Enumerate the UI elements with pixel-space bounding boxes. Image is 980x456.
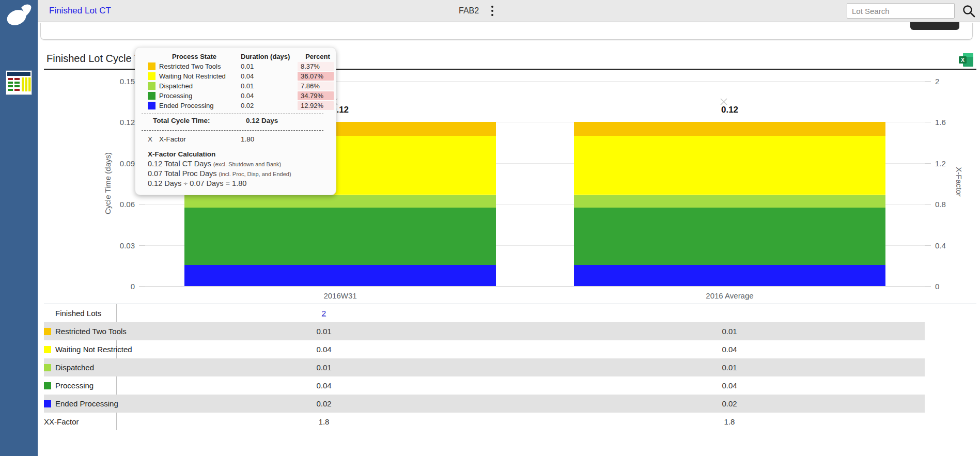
- bar-total-label: 0.12: [704, 105, 756, 115]
- table-row: Finished Lots2: [44, 304, 925, 322]
- bar-segment-ended-processing[interactable]: [184, 265, 496, 286]
- state-duration: 0.02: [241, 102, 298, 109]
- bar-segment-dispatched[interactable]: [574, 195, 885, 208]
- row-value: 0.02: [288, 399, 360, 408]
- state-duration: 0.04: [241, 92, 298, 100]
- left-axis-title: Cycle Time (days): [103, 152, 112, 214]
- right-axis-tick-label: 0.4: [935, 241, 946, 250]
- row-value: 0.04: [693, 381, 766, 390]
- tooltip-header-row: Process State Duration (days) Percent: [148, 53, 332, 60]
- right-axis-tick-label: 1.2: [935, 159, 946, 168]
- row-value: 0.02: [693, 399, 766, 408]
- tooltip-total-label: Total Cycle Time:: [153, 117, 246, 124]
- tooltip-col-percent: Percent: [298, 53, 338, 60]
- bar-segment-waiting-not-restricted[interactable]: [574, 136, 885, 195]
- right-tick: [925, 81, 931, 82]
- left-axis-tick-label: 0: [104, 282, 135, 291]
- tooltip-state-row: Restricted Two Tools0.018.37%: [148, 61, 332, 71]
- right-axis-tick-label: 0.8: [935, 200, 946, 209]
- lot-search-input[interactable]: [847, 3, 955, 19]
- row-label: Processing: [55, 381, 94, 390]
- calc-main: 0.12 Total CT Days: [148, 160, 213, 168]
- xfactor-marker-glyph: X: [148, 135, 159, 143]
- row-legend-swatch: [44, 364, 51, 371]
- excel-export-icon[interactable]: X: [958, 53, 974, 67]
- svg-text:X: X: [961, 57, 965, 63]
- row-value: 0.04: [693, 345, 766, 354]
- bar-segment-dispatched[interactable]: [184, 195, 496, 208]
- state-duration: 0.01: [241, 62, 298, 70]
- tooltip-total-row: Total Cycle Time: 0.12 Days: [148, 114, 332, 127]
- left-axis-tick-label: 0.03: [104, 241, 135, 250]
- state-percent: 12.92%: [298, 101, 334, 110]
- calc-main: 0.12 Days ÷ 0.07 Days = 1.80: [148, 179, 246, 187]
- row-value: 0.01: [693, 327, 766, 336]
- state-percent: 34.79%: [298, 91, 334, 100]
- tooltip-state-row: Ended Processing0.0212.92%: [148, 101, 332, 111]
- bar-segment-processing[interactable]: [574, 208, 885, 264]
- state-percent-cell: 12.92%: [298, 101, 338, 110]
- right-axis-tick-label: 2: [935, 77, 939, 86]
- table-row: Processing0.040.04: [44, 376, 925, 395]
- tooltip-state-row: Processing0.0434.79%: [148, 91, 332, 101]
- xfactor-label: X-Factor: [159, 135, 241, 143]
- row-legend-swatch: [44, 328, 51, 335]
- right-tick: [925, 286, 931, 287]
- app-logo-icon[interactable]: [4, 3, 34, 30]
- row-label: XX-Factor: [44, 417, 79, 426]
- row-value: 0.04: [288, 345, 360, 354]
- state-percent: 7.86%: [298, 82, 334, 90]
- xfactor-calc-line: 0.12 Days ÷ 0.07 Days = 1.80: [148, 179, 332, 187]
- fab-label[interactable]: FAB2: [459, 6, 479, 15]
- sidebar: [0, 0, 38, 456]
- tooltip-col-process-state: Process State: [148, 53, 241, 60]
- legend-swatch: [148, 92, 155, 100]
- calc-note: (incl. Proc, Disp, and Ended): [219, 171, 291, 177]
- xfactor-calc-line: 0.07 Total Proc Days (incl. Proc, Disp, …: [148, 169, 332, 178]
- top-header-bar: Finished Lot CT FAB2: [38, 0, 980, 22]
- calc-main: 0.07 Total Proc Days: [148, 169, 219, 178]
- bar-segment-ended-processing[interactable]: [574, 265, 885, 286]
- finished-lots-link[interactable]: 2: [322, 309, 326, 318]
- state-label: Waiting Not Restricted: [159, 72, 241, 80]
- left-tick: [139, 204, 145, 205]
- tooltip-col-duration: Duration (days): [241, 53, 298, 60]
- calc-note: (excl. Shutdown and Bank): [213, 161, 281, 167]
- row-value: 0.01: [288, 363, 360, 372]
- state-label: Ended Processing: [159, 102, 241, 109]
- left-axis-tick-label: 0.15: [104, 77, 135, 86]
- xfactor-calc-lines: 0.12 Total CT Days (excl. Shutdown and B…: [148, 160, 332, 187]
- legend-swatch: [148, 82, 155, 90]
- table-row: Ended Processing0.020.02: [44, 395, 925, 413]
- search-icon[interactable]: [960, 3, 977, 20]
- row-label: Waiting Not Restricted: [55, 345, 132, 354]
- state-percent-cell: 36.07%: [298, 72, 338, 81]
- row-value: 0.01: [693, 363, 766, 372]
- bar-segment-processing[interactable]: [184, 208, 496, 264]
- gridline: [145, 286, 925, 287]
- tooltip-state-row: Waiting Not Restricted0.0436.07%: [148, 71, 332, 81]
- chart-tooltip: Process State Duration (days) Percent Re…: [135, 47, 336, 195]
- row-legend-swatch: [44, 346, 51, 353]
- table-row: Waiting Not Restricted0.040.04: [44, 340, 925, 358]
- row-legend-swatch: [44, 382, 51, 389]
- bar-segment-restricted-two-tools[interactable]: [574, 122, 885, 136]
- left-tick: [139, 286, 145, 287]
- app-title-link[interactable]: Finished Lot CT: [49, 6, 111, 16]
- row-value: 0.04: [288, 381, 360, 390]
- left-tick: [139, 245, 145, 246]
- state-label: Processing: [159, 92, 241, 100]
- kebab-menu-icon[interactable]: [488, 5, 496, 17]
- table-row: XX-Factor1.81.8: [44, 413, 925, 431]
- legend-swatch: [148, 62, 155, 70]
- right-tick: [925, 204, 931, 205]
- state-percent-cell: 34.79%: [298, 91, 338, 100]
- right-axis-title: X-Factor: [955, 167, 963, 197]
- tooltip-xfactor-row: X X-Factor 1.80: [148, 131, 332, 144]
- table-row: Restricted Two Tools0.010.01: [44, 322, 925, 340]
- report-spreadsheet-icon[interactable]: [6, 70, 32, 97]
- table-row: Dispatched0.010.01: [44, 358, 925, 376]
- left-axis-tick-label: 0.12: [104, 118, 135, 127]
- legend-swatch: [148, 102, 155, 109]
- tooltip-total-value: 0.12 Days: [246, 117, 332, 124]
